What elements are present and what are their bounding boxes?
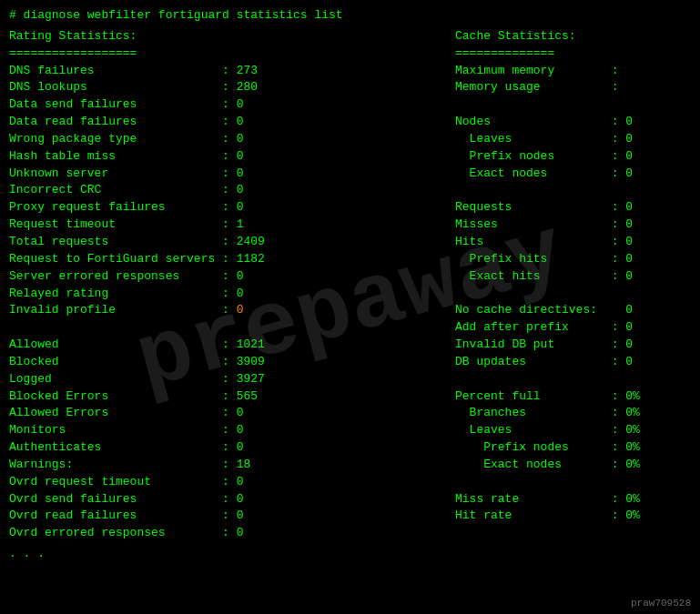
list-item: Request timeout : 1 <box>9 216 455 234</box>
cache-block2: Nodes : 0 Leaves : 0 Prefix nodes : 0 Ex… <box>455 114 691 182</box>
list-item: Blocked : 3909 <box>9 354 455 371</box>
list-item: DNS lookups : 280 <box>9 79 455 96</box>
list-item: Percent full : 0% <box>455 388 691 406</box>
rating-stats-block2: Allowed : 1021Blocked : 3909Logged : 392… <box>9 337 455 542</box>
list-item: Ovrd request timeout : 0 <box>9 474 455 491</box>
dots: . . . <box>9 546 455 563</box>
list-item: Authenticates : 0 <box>9 439 455 457</box>
list-item: Prefix nodes : 0 <box>455 148 691 166</box>
list-item: Unknown server : 0 <box>9 166 455 183</box>
cache-block4: No cache directives: 0Add after prefix :… <box>455 302 691 370</box>
list-item: Request to FortiGuard servers : 1182 <box>9 251 455 268</box>
list-item: Exact nodes : 0 <box>455 166 691 183</box>
list-item: Branches : 0% <box>455 405 691 422</box>
list-item: Wrong package type : 0 <box>9 131 455 148</box>
spacer1 <box>9 319 455 337</box>
cache-block5: Percent full : 0% Branches : 0% Leaves :… <box>455 388 691 474</box>
rating-stats-title: Rating Statistics: <box>9 28 455 45</box>
list-item: Invalid profile : 0 <box>9 302 455 319</box>
list-item: Relayed rating : 0 <box>9 286 455 303</box>
list-item: Misses : 0 <box>455 216 691 234</box>
list-item: Nodes : 0 <box>455 114 691 131</box>
list-item: Exact hits : 0 <box>455 268 691 286</box>
list-item: Monitors : 0 <box>9 422 455 439</box>
list-item: DNS failures : 273 <box>9 63 455 80</box>
list-item: No cache directives: 0 <box>455 302 691 319</box>
cache-stats-title: Cache Statistics: <box>455 28 691 45</box>
list-item: Ovrd send failures : 0 <box>9 491 455 508</box>
list-item: Prefix hits : 0 <box>455 251 691 268</box>
main-content: Rating Statistics: ================== DN… <box>9 28 691 563</box>
list-item: Warnings: : 18 <box>9 457 455 474</box>
cache-separator: ============== <box>455 45 691 63</box>
footer-id: praw709528 <box>631 598 691 609</box>
list-item: Leaves : 0 <box>455 131 691 148</box>
list-item: Maximum memory : <box>455 63 691 80</box>
list-item: Allowed : 1021 <box>9 337 455 354</box>
list-item: Blocked Errors : 565 <box>9 388 455 406</box>
list-item: Prefix nodes : 0% <box>455 439 691 457</box>
list-item: Allowed Errors : 0 <box>9 405 455 422</box>
rating-separator: ================== <box>9 45 455 63</box>
left-column: Rating Statistics: ================== DN… <box>9 28 455 563</box>
spacer2 <box>455 96 691 114</box>
list-item: Server errored responses : 0 <box>9 268 455 286</box>
list-item: Incorrect CRC : 0 <box>9 182 455 199</box>
cache-block6: Miss rate : 0%Hit rate : 0% <box>455 491 691 526</box>
list-item: Proxy request failures : 0 <box>9 199 455 216</box>
rating-stats-block1: DNS failures : 273DNS lookups : 280Data … <box>9 63 455 320</box>
list-item: Memory usage : <box>455 79 691 96</box>
list-item: Ovrd errored responses : 0 <box>9 525 455 542</box>
right-column: Cache Statistics: ============== Maximum… <box>455 28 691 563</box>
list-item: Exact nodes : 0% <box>455 457 691 474</box>
list-item: Invalid DB put : 0 <box>455 337 691 354</box>
spacer4 <box>455 286 691 303</box>
cache-block1: Maximum memory : Memory usage : <box>455 63 691 97</box>
list-item: Data read failures : 0 <box>9 114 455 131</box>
list-item: Hit rate : 0% <box>455 508 691 525</box>
spacer6 <box>455 474 691 491</box>
list-item: Add after prefix : 0 <box>455 319 691 337</box>
list-item: Logged : 3927 <box>9 371 455 388</box>
list-item: Hits : 0 <box>455 234 691 251</box>
terminal-window: prepaway # diagnose webfilter fortiguard… <box>0 0 700 614</box>
list-item: Data send failures : 0 <box>9 96 455 114</box>
spacer3 <box>455 182 691 199</box>
command-line: # diagnose webfilter fortiguard statisti… <box>9 7 691 25</box>
list-item: Requests : 0 <box>455 199 691 216</box>
cache-block3: Requests : 0Misses : 0Hits : 0 Prefix hi… <box>455 199 691 285</box>
list-item: Hash table miss : 0 <box>9 148 455 166</box>
list-item: Ovrd read failures : 0 <box>9 508 455 525</box>
list-item: DB updates : 0 <box>455 354 691 371</box>
list-item: Miss rate : 0% <box>455 491 691 508</box>
list-item: Leaves : 0% <box>455 422 691 439</box>
spacer5 <box>455 371 691 388</box>
list-item: Total requests : 2409 <box>9 234 455 251</box>
